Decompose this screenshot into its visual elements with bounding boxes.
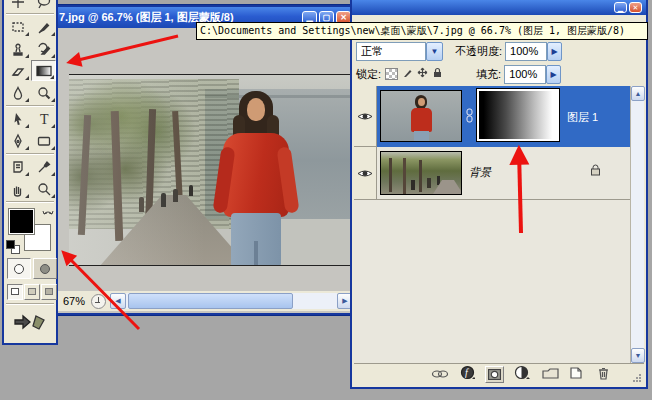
layers-panel-bottombar: f (354, 363, 644, 385)
visibility-toggle[interactable] (354, 147, 377, 200)
eye-icon (357, 168, 373, 179)
gradient-tool[interactable] (31, 60, 56, 81)
type-tool[interactable]: T (31, 108, 56, 129)
photoshop-workspace: 7.jpg @ 66.7% (图层 1, 图层蒙版/8) ▁ ▢ ✕ (0, 0, 652, 400)
layer-name[interactable]: 背景 (469, 165, 491, 180)
image-document-window: 7.jpg @ 66.7% (图层 1, 图层蒙版/8) ▁ ▢ ✕ (53, 5, 357, 315)
photo-canvas[interactable] (69, 74, 353, 266)
image-window-statusbar: 67% ◀ ▶ (57, 291, 353, 311)
blur-tool[interactable] (5, 82, 30, 103)
imageready-jump-button[interactable] (10, 308, 52, 336)
visibility-toggle[interactable] (354, 86, 377, 147)
layer-row-background[interactable]: 背景 (354, 147, 630, 200)
hscroll-track[interactable] (126, 293, 337, 309)
layer-lock-icon (589, 163, 602, 181)
panel-minimize-button[interactable]: ▁ (614, 2, 627, 13)
svg-text:T: T (40, 112, 49, 127)
clone-stamp-tool[interactable] (5, 38, 30, 59)
lock-position-icon[interactable] (416, 65, 429, 83)
canvas-area[interactable] (57, 30, 353, 291)
vscroll-up-arrow[interactable]: ▲ (631, 86, 645, 101)
layer-thumbnail[interactable] (380, 90, 462, 142)
layer-name[interactable]: 图层 1 (567, 110, 598, 125)
eye-icon (357, 111, 373, 122)
blend-mode-select[interactable]: 正常 (356, 42, 426, 61)
dodge-tool[interactable] (31, 82, 56, 103)
fill-input[interactable]: 100% (504, 65, 546, 84)
default-colors-icon[interactable] (6, 240, 20, 254)
move-tool[interactable] (5, 0, 30, 12)
panel-close-button[interactable]: ✕ (629, 2, 642, 13)
eyedropper-tool[interactable] (31, 156, 56, 177)
layer-style-icon[interactable]: f (460, 365, 475, 384)
woman-jeans-split (254, 241, 258, 266)
pen-tool[interactable] (5, 130, 30, 151)
blend-mode-dropdown-icon[interactable]: ▼ (426, 42, 443, 61)
layers-list: 图层 1 背景 (354, 86, 644, 363)
zoom-tool[interactable] (31, 178, 56, 199)
swap-colors-icon[interactable] (42, 204, 54, 222)
shape-tool[interactable] (31, 130, 56, 151)
layers-panel: ▁ ✕ 正常 ▼ 不透明度: 100% ▶ 锁定: 填充: 10 (350, 0, 648, 389)
opacity-label: 不透明度: (455, 44, 502, 59)
fullscreen-button[interactable] (41, 284, 57, 300)
add-mask-icon[interactable] (485, 366, 504, 383)
zoom-level[interactable]: 67% (57, 295, 91, 307)
new-layer-icon[interactable] (569, 366, 583, 384)
lock-transparency-icon[interactable] (385, 68, 398, 80)
fill-label: 填充: (476, 67, 501, 82)
delete-layer-icon[interactable] (597, 366, 610, 384)
tooltip-text: C:\Documents and Settings\new\桌面\蒙版\7.jp… (200, 25, 625, 36)
opacity-slider-icon[interactable]: ▶ (547, 42, 562, 61)
lock-all-icon[interactable] (431, 65, 444, 83)
adjustment-layer-icon[interactable] (514, 365, 532, 384)
vscroll-down-arrow[interactable]: ▼ (631, 348, 645, 363)
link-layers-icon[interactable] (430, 366, 450, 384)
fill-slider-icon[interactable]: ▶ (546, 65, 561, 84)
quick-mask-mode-button[interactable] (33, 258, 57, 279)
eraser-tool[interactable] (5, 60, 30, 81)
hand-tool[interactable] (5, 178, 30, 199)
fill-value: 100% (509, 68, 537, 80)
standard-screen-button[interactable] (7, 284, 23, 300)
woman-face (247, 98, 265, 121)
blend-mode-value: 正常 (361, 44, 383, 59)
photo-haze (69, 75, 239, 265)
hscroll-thumb[interactable] (128, 293, 293, 309)
new-group-icon[interactable] (542, 366, 559, 384)
patch-tool[interactable] (5, 16, 30, 37)
mask-link-icon[interactable] (465, 108, 474, 128)
opacity-input[interactable]: 100% (505, 42, 547, 61)
path-select-tool[interactable] (5, 108, 30, 129)
hscroll-left-arrow[interactable]: ◀ (110, 293, 126, 309)
history-brush-tool[interactable] (31, 38, 56, 59)
layers-panel-titlebar[interactable]: ▁ ✕ (352, 0, 646, 15)
layer-mask-thumbnail[interactable] (476, 88, 560, 142)
brush-tool[interactable] (31, 16, 56, 37)
status-info-icon[interactable] (91, 294, 106, 309)
lock-pixels-icon[interactable] (401, 65, 414, 83)
notes-tool[interactable] (5, 156, 30, 177)
standard-mode-button[interactable] (7, 258, 31, 279)
lasso-tool[interactable] (31, 0, 56, 12)
opacity-value: 100% (510, 45, 538, 57)
fullscreen-menubar-button[interactable] (24, 284, 40, 300)
file-path-tooltip: C:\Documents and Settings\new\桌面\蒙版\7.jp… (196, 22, 648, 40)
layer-thumbnail[interactable] (380, 151, 462, 195)
layer-row-1[interactable]: 图层 1 (354, 86, 630, 147)
lock-label: 锁定: (356, 67, 381, 82)
foreground-color-swatch[interactable] (8, 208, 35, 235)
panel-resize-grip[interactable] (631, 372, 643, 384)
toolbox: T (2, 0, 58, 345)
